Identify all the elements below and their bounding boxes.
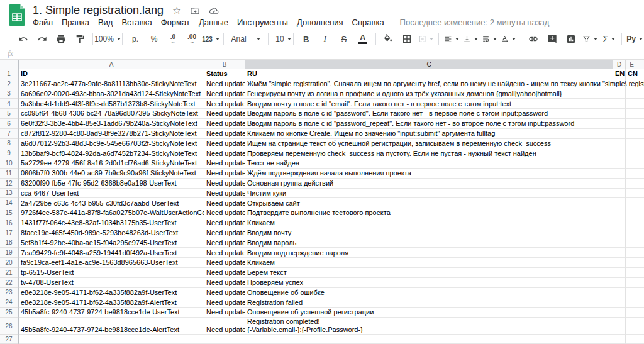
functions-button[interactable]: Σ (601, 31, 616, 47)
cell-id[interactable]: 0606b7f0-300b-44e0-ac89-7b9c9c90a96f-Sti… (19, 169, 204, 179)
row-number[interactable]: 27 (0, 335, 19, 344)
row-number[interactable]: 11 (0, 169, 19, 179)
menu-item[interactable]: Вставка (117, 18, 156, 27)
cell-status[interactable]: Need update (204, 179, 245, 189)
column-header-d[interactable]: D (613, 60, 626, 69)
cell-ru[interactable]: Оповещение об успешной регистрации (245, 308, 613, 318)
cell-filler[interactable] (638, 238, 644, 248)
row-number[interactable]: 5 (0, 109, 19, 119)
cell-id[interactable]: cc095f64-4b68-4306-bc24-78a96d807395-Sti… (19, 109, 204, 119)
cell-cn[interactable] (626, 148, 638, 158)
cell-status[interactable]: Need update (204, 129, 245, 139)
row-number[interactable]: 23 (0, 288, 19, 298)
paint-format-button[interactable] (72, 31, 87, 47)
cell-status[interactable]: Need update (204, 158, 245, 169)
cell-cn[interactable] (626, 258, 638, 268)
column-header-e[interactable]: E (626, 60, 638, 69)
cell-cn[interactable] (626, 179, 638, 189)
move-folder-icon[interactable] (190, 6, 200, 16)
cell-cn[interactable] (626, 308, 638, 318)
cell-filler[interactable] (638, 158, 644, 169)
cell-cn[interactable] (626, 99, 638, 109)
cell-id[interactable]: e8e3218e-9e05-4171-bf62-4a335f882a9f-Ale… (19, 297, 204, 308)
cell-status[interactable]: Need update (204, 248, 245, 258)
row-number[interactable]: 8 (0, 139, 19, 149)
cell-id[interactable]: 45b5a8fc-9240-4737-9724-be9818cce1de-Use… (19, 308, 204, 318)
cell-en[interactable] (613, 258, 626, 268)
cell-ru[interactable]: Ищем на странице текст об успешной регис… (245, 139, 613, 149)
row-number[interactable]: 7 (0, 129, 19, 139)
cell-en[interactable] (613, 335, 626, 344)
cell-ru[interactable]: Кликаем (245, 218, 613, 228)
cell-cn[interactable] (626, 297, 638, 308)
row-number[interactable]: 20 (0, 258, 19, 268)
input-tools-button[interactable]: Ру (627, 31, 642, 47)
cell-en[interactable] (613, 268, 626, 278)
cell-en[interactable] (613, 189, 626, 199)
cell-filler[interactable] (638, 268, 644, 278)
cell-ru[interactable]: Подтвердите выполнение тестового проекта (245, 208, 613, 218)
cell-id[interactable]: tv-4708-UserText (19, 278, 204, 288)
cell-id[interactable]: 1431f77f-064c-43e8-82af-1034b3175b35-Use… (19, 218, 204, 228)
font-select[interactable]: Arial (229, 31, 263, 47)
row-number[interactable]: 22 (0, 278, 19, 288)
row-number[interactable]: 17 (0, 228, 19, 238)
row-number[interactable]: 24 (0, 297, 19, 308)
cell-ru[interactable]: Кликаем (245, 258, 613, 268)
undo-button[interactable] (16, 31, 31, 47)
cell-filler[interactable] (638, 89, 644, 99)
cell-en[interactable] (613, 208, 626, 218)
cell-id[interactable]: c872f812-9280-4c80-8ad9-8f9e3278b271-Sti… (19, 129, 204, 139)
cell-en[interactable] (613, 238, 626, 248)
cell-status[interactable]: Need update (204, 208, 245, 218)
cell-ru[interactable]: Основная группа действий (245, 179, 613, 189)
cell-cn[interactable] (626, 278, 638, 288)
cell-cn[interactable] (626, 119, 638, 129)
cell-id[interactable] (19, 335, 204, 344)
cell-en[interactable] (613, 248, 626, 258)
row-number[interactable]: 18 (0, 238, 19, 248)
increase-decimal-button[interactable]: .00→ (184, 31, 199, 47)
cell-filler[interactable] (638, 278, 644, 288)
cell-en[interactable] (613, 278, 626, 288)
cell-ru[interactable]: Registration failed (245, 297, 613, 308)
decrease-decimal-button[interactable]: .0← (165, 31, 180, 47)
cell-status[interactable]: Need update (204, 109, 245, 119)
cell-ru[interactable]: Вводим подтверждение пароля (245, 248, 613, 258)
cell-id[interactable]: fa9c19ca-eef1-4a1e-ac9e-1563d8965663-Use… (19, 258, 204, 268)
cell-cn[interactable] (626, 189, 638, 199)
cell-filler[interactable] (638, 288, 644, 298)
cell-filler[interactable] (638, 69, 644, 79)
row-number[interactable]: 10 (0, 158, 19, 169)
cell-en[interactable] (613, 119, 626, 129)
cell-filler[interactable] (638, 198, 644, 208)
zoom-select[interactable]: 100% (98, 31, 118, 47)
cell-filler[interactable] (638, 129, 644, 139)
menu-item[interactable]: Правка (57, 18, 94, 27)
column-header-a[interactable]: A (19, 60, 204, 69)
row-number[interactable]: 1 (0, 69, 19, 79)
cell-status[interactable]: Need update (204, 119, 245, 129)
cell-cn[interactable]: CN (626, 69, 638, 79)
cell-filler[interactable] (638, 248, 644, 258)
menu-item[interactable]: Вид (94, 18, 118, 27)
formula-input[interactable] (21, 48, 644, 59)
cell-en[interactable] (613, 139, 626, 149)
menu-item[interactable]: Данные (194, 18, 233, 27)
more-formats-button[interactable]: 123 (203, 31, 218, 47)
cloud-saved-icon[interactable] (209, 6, 219, 16)
row-number[interactable]: 16 (0, 218, 19, 228)
cell-cn[interactable] (626, 109, 638, 119)
row-number[interactable]: 21 (0, 268, 19, 278)
cell-filler[interactable] (638, 218, 644, 228)
cell-id[interactable]: 6a696e02-0020-493c-bbaa-3021da43d124-Sti… (19, 89, 204, 99)
cell-en[interactable] (613, 179, 626, 189)
cell-status[interactable]: Need update (204, 297, 245, 308)
cell-cn[interactable] (626, 318, 638, 335)
cell-filler[interactable] (638, 258, 644, 268)
cell-ru[interactable]: Вводим пароль в поле с id "password". Ес… (245, 109, 613, 119)
row-number[interactable]: 13 (0, 189, 19, 199)
cell-cn[interactable] (626, 218, 638, 228)
cell-en[interactable] (613, 89, 626, 99)
cell-status[interactable]: Need update (204, 278, 245, 288)
